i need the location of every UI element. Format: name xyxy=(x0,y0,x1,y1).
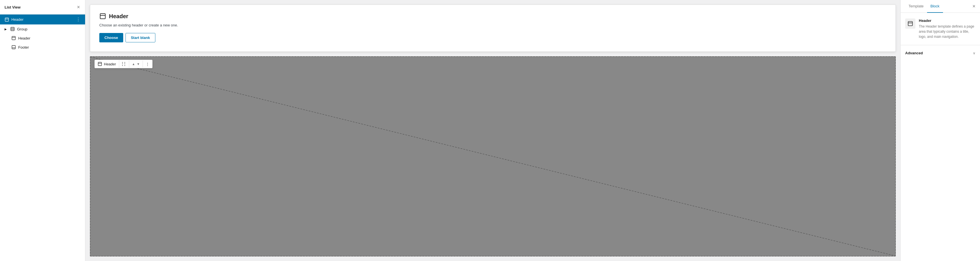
advanced-section[interactable]: Advanced ∨ xyxy=(905,50,975,56)
block-toolbar: Header ▲ ▼ ⋮ xyxy=(94,60,153,68)
advanced-chevron-icon: ∨ xyxy=(973,51,975,55)
drag-icon xyxy=(122,62,126,66)
block-info-description: The Header template defines a page area … xyxy=(919,24,975,39)
block-info-icon xyxy=(905,19,915,29)
tab-template[interactable]: Template xyxy=(905,0,927,13)
group-block-icon xyxy=(10,27,15,31)
advanced-label: Advanced xyxy=(905,51,923,55)
panel-divider xyxy=(900,45,980,45)
right-panel: Template Block × Header The Header templ… xyxy=(900,0,980,261)
list-item-footer-label: Footer xyxy=(18,45,81,49)
list-item-footer[interactable]: Footer xyxy=(0,43,85,52)
list-view-close-button[interactable]: × xyxy=(76,4,81,10)
svg-rect-5 xyxy=(12,36,15,40)
block-toolbar-arrows[interactable]: ▲ ▼ xyxy=(129,60,143,67)
svg-line-13 xyxy=(91,57,895,256)
header-block-icon xyxy=(5,17,9,22)
right-panel-header: Template Block × xyxy=(900,0,980,13)
block-toolbar-icon-label[interactable]: Header xyxy=(95,60,119,68)
popup-header-icon xyxy=(99,13,106,20)
list-item-group[interactable]: ▶ Group xyxy=(0,24,85,33)
header-chooser-popup: Header Choose an existing header or crea… xyxy=(90,5,896,52)
svg-rect-9 xyxy=(100,14,105,19)
right-panel-close-button[interactable]: × xyxy=(972,3,975,9)
arrow-down-icon[interactable]: ▼ xyxy=(137,63,140,66)
block-toolbar-header-icon xyxy=(98,62,102,66)
svg-rect-14 xyxy=(908,22,913,26)
popup-buttons: Choose Start blank xyxy=(99,33,886,43)
list-item-header-nested-label: Header xyxy=(18,36,81,40)
popup-title-area: Header xyxy=(99,13,886,20)
svg-rect-7 xyxy=(12,46,15,49)
list-item-header-top-label: Header xyxy=(11,17,74,22)
footer-block-icon xyxy=(11,45,16,49)
popup-description: Choose an existing header or create a ne… xyxy=(99,23,886,27)
svg-rect-2 xyxy=(11,27,14,31)
group-expand-icon[interactable]: ▶ xyxy=(5,28,7,31)
block-info-text: Header The Header template defines a pag… xyxy=(919,19,975,39)
canvas-placeholder-svg xyxy=(91,57,895,256)
arrow-up-icon[interactable]: ▲ xyxy=(132,63,135,66)
block-toolbar-drag[interactable] xyxy=(119,60,129,68)
main-content: Header Choose an existing header or crea… xyxy=(85,0,900,261)
header-nested-block-icon xyxy=(11,36,16,40)
list-item-header-top[interactable]: Header ⋮ xyxy=(0,14,85,24)
list-item-header-top-more[interactable]: ⋮ xyxy=(76,17,81,22)
list-item-header-nested[interactable]: Header xyxy=(0,33,85,43)
canvas-area: Header ▲ ▼ ⋮ xyxy=(90,56,896,256)
list-view-panel: List View × Header ⋮ ▶ xyxy=(0,0,85,261)
block-info-name: Header xyxy=(919,19,975,23)
right-panel-body: Header The Header template defines a pag… xyxy=(900,13,980,261)
svg-rect-0 xyxy=(5,18,8,21)
list-item-group-label: Group xyxy=(17,27,81,31)
tab-block[interactable]: Block xyxy=(927,0,943,13)
block-toolbar-more[interactable]: ⋮ xyxy=(143,60,152,68)
start-blank-button[interactable]: Start blank xyxy=(126,33,155,43)
list-view-header: List View × xyxy=(0,0,85,14)
list-view-title: List View xyxy=(5,5,21,9)
svg-rect-11 xyxy=(98,62,102,66)
choose-button[interactable]: Choose xyxy=(99,33,123,43)
block-info: Header The Header template defines a pag… xyxy=(905,19,975,39)
block-toolbar-label: Header xyxy=(104,62,116,66)
right-panel-tabs: Template Block xyxy=(905,0,943,13)
list-view-items: Header ⋮ ▶ Group Header xyxy=(0,14,85,261)
popup-title-text: Header xyxy=(109,13,128,20)
